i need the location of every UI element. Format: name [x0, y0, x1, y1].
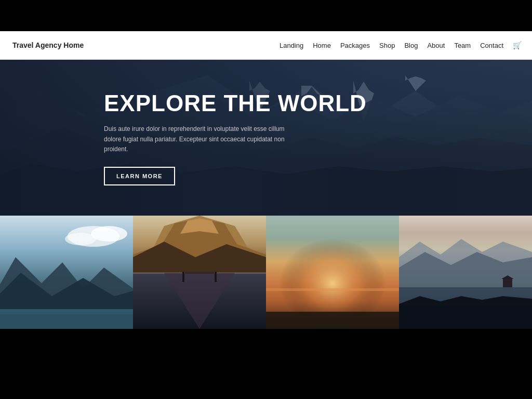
svg-point-12 [65, 233, 96, 245]
bottom-bar [0, 329, 532, 399]
cart-icon[interactable]: 🛒 [513, 41, 522, 49]
nav-link-landing[interactable]: Landing [280, 42, 303, 49]
photo-grid [0, 216, 532, 329]
nav-link-contact[interactable]: Contact [480, 42, 503, 49]
nav-item-cart[interactable]: 🛒 [513, 41, 522, 50]
nav-item-about[interactable]: About [427, 41, 445, 50]
nav-menu: Landing Home Packages Shop Blog About Te… [280, 41, 522, 50]
photo-cell-4 [399, 216, 532, 329]
photo-cell-2 [133, 216, 266, 329]
svg-rect-35 [503, 279, 512, 287]
svg-rect-25 [182, 272, 184, 282]
svg-rect-30 [266, 312, 399, 329]
nav-item-team[interactable]: Team [454, 41, 471, 50]
nav-item-packages[interactable]: Packages [340, 41, 370, 50]
nav-link-home[interactable]: Home [313, 42, 331, 49]
svg-marker-37 [399, 296, 532, 329]
nav-item-shop[interactable]: Shop [379, 41, 395, 50]
hero-subtitle: Duis aute irure dolor in reprehenderit i… [104, 124, 301, 154]
photo-svg-1 [0, 216, 133, 329]
nav-link-blog[interactable]: Blog [404, 42, 418, 49]
svg-rect-26 [215, 272, 217, 282]
nav-item-contact[interactable]: Contact [480, 41, 503, 50]
svg-rect-24 [185, 272, 214, 274]
hero-title: EXPLORE THE WORLD [104, 91, 532, 116]
photo-svg-3 [266, 216, 399, 329]
nav-link-team[interactable]: Team [454, 42, 471, 49]
nav-item-home[interactable]: Home [313, 41, 331, 50]
nav-link-packages[interactable]: Packages [340, 42, 370, 49]
svg-rect-29 [266, 288, 399, 291]
hero-content: EXPLORE THE WORLD Duis aute irure dolor … [0, 60, 532, 185]
navbar: Travel Agency Home Landing Home Packages… [0, 31, 532, 60]
hero-cta-button[interactable]: LEARN MORE [104, 167, 175, 185]
photo-svg-4 [399, 216, 532, 329]
brand-name[interactable]: Travel Agency Home [12, 41, 84, 49]
nav-item-blog[interactable]: Blog [404, 41, 418, 50]
nav-link-about[interactable]: About [427, 42, 445, 49]
top-bar [0, 0, 532, 31]
nav-item-landing[interactable]: Landing [280, 41, 303, 50]
nav-link-shop[interactable]: Shop [379, 42, 395, 49]
svg-point-11 [91, 226, 127, 242]
photo-cell-1 [0, 216, 133, 329]
photo-cell-3 [266, 216, 399, 329]
photo-svg-2 [133, 216, 266, 329]
svg-rect-16 [0, 314, 133, 329]
hero-section: EXPLORE THE WORLD Duis aute irure dolor … [0, 60, 532, 216]
